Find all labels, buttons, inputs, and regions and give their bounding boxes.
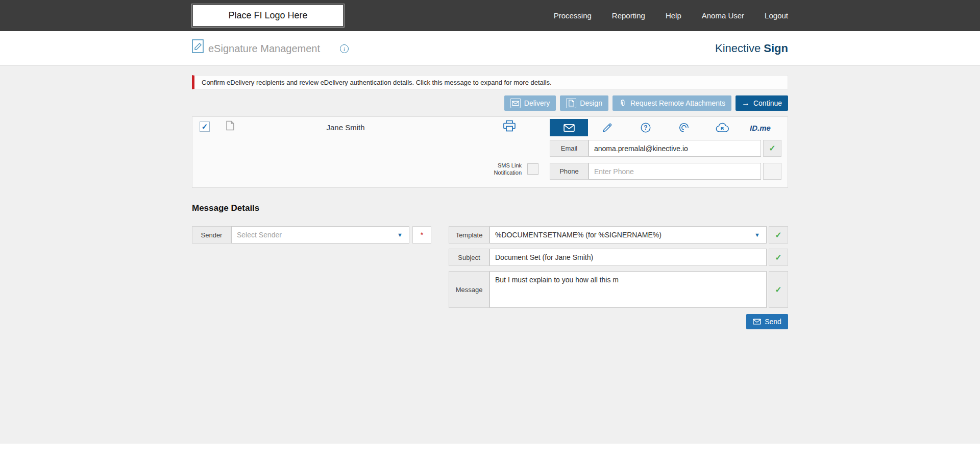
- message-textarea[interactable]: But I must explain to you how all this m: [489, 271, 767, 308]
- method-voice-call-button[interactable]: [665, 119, 703, 136]
- voice-swirl-icon: [678, 122, 690, 133]
- message-field-label: Message: [449, 271, 489, 308]
- info-icon[interactable]: i: [340, 44, 349, 53]
- page-title: eSignature Management: [208, 31, 320, 66]
- alert-message-text: Confirm eDelivery recipients and review …: [194, 79, 552, 86]
- template-field-label: Template: [449, 226, 489, 244]
- subject-input[interactable]: [489, 249, 767, 266]
- chevron-down-icon: ▼: [397, 232, 403, 238]
- delivery-method-row: ? R ID.me: [550, 119, 779, 136]
- email-field-label: Email: [550, 140, 589, 157]
- recipient-card: ✓ Jane Smith ?: [192, 116, 788, 188]
- brand-name-regular: Kinective: [715, 42, 761, 55]
- request-remote-attachments-button[interactable]: Request Remote Attachments: [612, 95, 731, 111]
- page-footer: [0, 444, 980, 460]
- nav-processing[interactable]: Processing: [554, 11, 592, 20]
- checkmark-icon: ✓: [775, 253, 781, 262]
- method-email-button[interactable]: [550, 119, 588, 136]
- method-security-question-button[interactable]: ?: [626, 119, 665, 136]
- recipient-name: Jane Smith: [279, 117, 412, 137]
- method-remote-button[interactable]: R: [703, 119, 741, 136]
- signature-pen-icon: [602, 122, 613, 133]
- sms-link-notification-label: SMS Link Notification: [465, 162, 522, 176]
- delivery-button-label: Delivery: [524, 99, 550, 107]
- idme-icon: ID.: [750, 124, 760, 132]
- app-canvas: Place FI Logo Here Processing Reporting …: [0, 0, 980, 460]
- envelope-icon: [510, 98, 521, 108]
- request-remote-attachments-label: Request Remote Attachments: [630, 99, 725, 107]
- sender-field-label: Sender: [192, 226, 231, 244]
- checkmark-icon: ✓: [202, 122, 208, 131]
- continue-button[interactable]: → Continue: [736, 95, 788, 111]
- nav-logout[interactable]: Logout: [765, 11, 788, 20]
- send-envelope-icon: [753, 319, 761, 325]
- method-signature-button[interactable]: [588, 119, 626, 136]
- template-value: %DOCUMENTSETNAME% (for %SIGNERNAME%): [495, 231, 662, 239]
- design-button[interactable]: Design: [560, 95, 608, 111]
- sender-placeholder: Select Sender: [237, 231, 282, 239]
- remote-cloud-icon: R: [716, 123, 729, 133]
- esignature-document-icon: [192, 39, 204, 53]
- subject-valid-indicator: ✓: [769, 249, 788, 266]
- sms-link-notification-checkbox[interactable]: [527, 163, 538, 175]
- method-idme-button[interactable]: ID.me: [741, 119, 779, 136]
- paperclip-icon: [619, 99, 627, 107]
- nav-help[interactable]: Help: [666, 11, 681, 20]
- printer-icon[interactable]: [503, 119, 516, 132]
- email-valid-indicator: ✓: [763, 140, 781, 157]
- brand-name-bold: Sign: [764, 42, 788, 55]
- send-button[interactable]: Send: [746, 314, 788, 329]
- message-details-heading: Message Details: [192, 203, 259, 213]
- question-circle-icon: ?: [640, 122, 651, 133]
- asterisk-icon: *: [421, 231, 423, 239]
- nav-user-menu[interactable]: Anoma User: [702, 11, 744, 20]
- checkmark-icon: ✓: [775, 285, 781, 295]
- template-valid-indicator: ✓: [769, 226, 788, 244]
- template-select[interactable]: %DOCUMENTSETNAME% (for %SIGNERNAME%) ▼: [489, 226, 767, 244]
- document-status-icon: [226, 120, 234, 131]
- fi-logo-placeholder: Place FI Logo Here: [192, 4, 344, 27]
- topbar: Place FI Logo Here Processing Reporting …: [0, 0, 980, 31]
- svg-text:R: R: [720, 126, 724, 131]
- top-navigation: Processing Reporting Help Anoma User Log…: [554, 0, 788, 31]
- continue-button-label: Continue: [753, 99, 782, 107]
- arrow-right-icon: →: [742, 99, 750, 107]
- nav-reporting[interactable]: Reporting: [612, 11, 645, 20]
- chevron-down-icon: ▼: [754, 232, 760, 238]
- sender-select[interactable]: Select Sender ▼: [231, 226, 409, 244]
- phone-input[interactable]: [589, 163, 761, 180]
- send-button-label: Send: [765, 318, 781, 326]
- checkmark-icon: ✓: [769, 143, 775, 153]
- delivery-button[interactable]: Delivery: [504, 95, 556, 111]
- phone-field-label: Phone: [550, 163, 589, 180]
- message-valid-indicator: ✓: [769, 271, 788, 308]
- edelivery-alert-banner[interactable]: Confirm eDelivery recipients and review …: [192, 75, 788, 89]
- subject-field-label: Subject: [449, 249, 489, 266]
- checkmark-icon: ✓: [775, 230, 781, 240]
- email-envelope-icon: [564, 124, 575, 132]
- idme-icon-suffix: me: [760, 124, 771, 132]
- sender-required-marker: *: [412, 226, 431, 244]
- email-input[interactable]: [589, 140, 761, 157]
- design-button-label: Design: [580, 99, 602, 107]
- page-header: eSignature Management i Kinective Sign: [0, 31, 980, 66]
- action-button-row: Delivery Design Request Remote Attachmen…: [504, 95, 788, 111]
- phone-valid-indicator: [763, 163, 781, 180]
- recipient-checkbox[interactable]: ✓: [200, 122, 210, 132]
- document-icon: [566, 98, 576, 108]
- fi-logo-text: Place FI Logo Here: [228, 10, 307, 21]
- brand-logo: Kinective Sign: [715, 31, 788, 66]
- svg-text:?: ?: [644, 124, 647, 131]
